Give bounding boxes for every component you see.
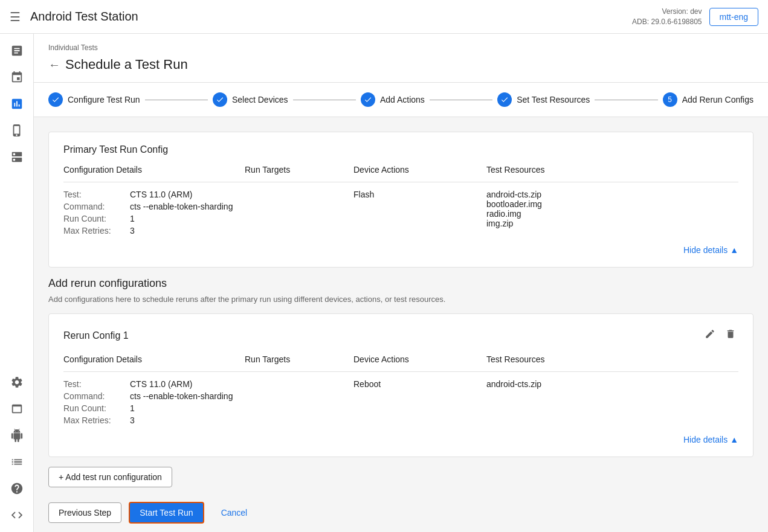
rerun-chevron-up-icon: ▲ bbox=[730, 435, 738, 444]
primary-test-row: Test: CTS 11.0 (ARM) bbox=[63, 190, 245, 199]
step-circle-configure bbox=[48, 92, 63, 107]
rerun-run-targets-header: Run Targets bbox=[245, 354, 353, 372]
step-connector-2 bbox=[293, 100, 356, 100]
resource-2: bootloader.img bbox=[486, 199, 738, 209]
app-title: Android Test Station bbox=[30, 10, 632, 24]
rerun-run-targets-col bbox=[245, 372, 353, 428]
step-add-actions: Add Actions bbox=[361, 92, 425, 107]
test-label: Test: bbox=[63, 190, 130, 199]
page-header: Individual Tests ← Schedule a Test Run bbox=[34, 34, 768, 83]
chevron-up-icon: ▲ bbox=[730, 245, 738, 255]
step-connector-4 bbox=[595, 100, 657, 100]
rerun-config-details-header: Configuration Details bbox=[63, 354, 245, 372]
step-circle-add-actions bbox=[361, 92, 375, 107]
sidebar-item-window[interactable] bbox=[5, 397, 29, 421]
rerun-device-action-value: Reboot bbox=[353, 379, 381, 389]
rerun-card-header: Rerun Config 1 bbox=[63, 326, 738, 345]
env-button[interactable]: mtt-eng bbox=[709, 8, 758, 26]
main-content: Primary Test Run Config Configuration De… bbox=[34, 117, 768, 532]
step-configure: Configure Test Run bbox=[48, 92, 140, 107]
sidebar-item-device[interactable] bbox=[5, 118, 29, 143]
hide-details-rerun[interactable]: Hide details ▲ bbox=[63, 435, 738, 444]
primary-device-action-value: Flash bbox=[353, 190, 374, 199]
rerun-device-actions-col: Reboot bbox=[353, 372, 486, 428]
topbar: ☰ Android Test Station Version: dev ADB:… bbox=[0, 0, 768, 34]
primary-runcount-row: Run Count: 1 bbox=[63, 214, 245, 223]
back-button[interactable]: ← bbox=[48, 58, 60, 72]
command-value: cts --enable-token-sharding bbox=[130, 202, 233, 211]
config-grid: Configuration Details Run Targets Device… bbox=[63, 165, 738, 238]
primary-details-col: Test: CTS 11.0 (ARM) Command: cts --enab… bbox=[63, 182, 245, 238]
sidebar-item-code[interactable] bbox=[5, 503, 29, 527]
rerun-section: Add rerun configurations Add configurati… bbox=[48, 277, 753, 532]
resource-3: radio.img bbox=[486, 209, 738, 219]
primary-run-targets-col bbox=[245, 182, 353, 238]
primary-command-row: Command: cts --enable-token-sharding bbox=[63, 202, 245, 211]
stepper: Configure Test Run Select Devices Add Ac… bbox=[34, 83, 768, 117]
step-add-rerun: 5 Add Rerun Configs bbox=[663, 92, 753, 107]
resource-4: img.zip bbox=[486, 219, 738, 228]
edit-rerun-config-button[interactable] bbox=[702, 326, 718, 345]
menu-icon[interactable]: ☰ bbox=[10, 10, 21, 24]
delete-rerun-config-button[interactable] bbox=[723, 326, 738, 345]
resource-1: android-cts.zip bbox=[486, 190, 738, 199]
step-label-select-devices: Select Devices bbox=[232, 95, 288, 104]
rerun-test-resources-header: Test Resources bbox=[486, 354, 738, 372]
sidebar-item-list[interactable] bbox=[5, 450, 29, 474]
step-label-add-actions: Add Actions bbox=[380, 95, 425, 104]
step-connector-1 bbox=[145, 100, 208, 100]
sidebar bbox=[0, 34, 34, 532]
breadcrumb: Individual Tests bbox=[48, 43, 753, 52]
sidebar-item-server[interactable] bbox=[5, 145, 29, 169]
rerun-maxretries-row: Max Retries: 3 bbox=[63, 415, 245, 425]
primary-maxretries-row: Max Retries: 3 bbox=[63, 226, 245, 236]
step-label-set-resources: Set Test Resources bbox=[517, 95, 590, 104]
sidebar-item-help[interactable] bbox=[5, 476, 29, 501]
device-actions-header: Device Actions bbox=[353, 165, 486, 182]
primary-config-title: Primary Test Run Config bbox=[63, 144, 738, 155]
rerun-test-resources-col: android-cts.zip bbox=[486, 372, 738, 428]
runcount-value: 1 bbox=[130, 214, 135, 223]
command-label: Command: bbox=[63, 202, 130, 211]
test-value: CTS 11.0 (ARM) bbox=[130, 190, 192, 199]
content-area: Individual Tests ← Schedule a Test Run C… bbox=[34, 34, 768, 532]
sidebar-item-settings[interactable] bbox=[5, 370, 29, 394]
maxretries-value: 3 bbox=[130, 226, 135, 236]
primary-device-actions-col: Flash bbox=[353, 182, 486, 238]
step-circle-add-rerun: 5 bbox=[663, 92, 677, 107]
rerun-card-actions bbox=[702, 326, 738, 345]
run-targets-header: Run Targets bbox=[245, 165, 353, 182]
sidebar-item-analytics[interactable] bbox=[5, 92, 29, 116]
hide-details-primary[interactable]: Hide details ▲ bbox=[63, 245, 738, 255]
step-circle-set-resources bbox=[497, 92, 512, 107]
rerun-config-1-title: Rerun Config 1 bbox=[63, 330, 129, 341]
start-test-run-button[interactable]: Start Test Run bbox=[129, 502, 204, 524]
test-resources-header: Test Resources bbox=[486, 165, 738, 182]
add-config-button[interactable]: + Add test run configuration bbox=[48, 467, 172, 487]
step-set-resources: Set Test Resources bbox=[497, 92, 590, 107]
rerun-command-row: Command: cts --enable-token-sharding bbox=[63, 391, 245, 401]
maxretries-label: Max Retries: bbox=[63, 226, 130, 236]
cancel-button[interactable]: Cancel bbox=[211, 503, 257, 522]
runcount-label: Run Count: bbox=[63, 214, 130, 223]
primary-test-resources-col: android-cts.zip bootloader.img radio.img… bbox=[486, 182, 738, 238]
rerun-test-row: Test: CTS 11.0 (ARM) bbox=[63, 379, 245, 389]
previous-step-button[interactable]: Previous Step bbox=[48, 502, 121, 523]
config-details-header: Configuration Details bbox=[63, 165, 245, 182]
step-label-configure: Configure Test Run bbox=[68, 95, 140, 104]
rerun-config-1-card: Rerun Config 1 Configuration Details bbox=[48, 313, 753, 457]
sidebar-item-tests[interactable] bbox=[5, 39, 29, 63]
step-select-devices: Select Devices bbox=[213, 92, 288, 107]
rerun-details-col: Test: CTS 11.0 (ARM) Command: cts --enab… bbox=[63, 372, 245, 428]
step-label-add-rerun: Add Rerun Configs bbox=[682, 95, 753, 104]
rerun-resource-1: android-cts.zip bbox=[486, 379, 738, 389]
main-layout: Individual Tests ← Schedule a Test Run C… bbox=[0, 34, 768, 532]
rerun-section-desc: Add configurations here to schedule reru… bbox=[48, 295, 753, 304]
sidebar-item-schedule[interactable] bbox=[5, 65, 29, 89]
page-title: Schedule a Test Run bbox=[65, 57, 188, 72]
rerun-section-title: Add rerun configurations bbox=[48, 277, 753, 290]
sidebar-item-android[interactable] bbox=[5, 423, 29, 447]
version-info: Version: dev ADB: 29.0.6-6198805 bbox=[632, 7, 702, 27]
rerun-runcount-row: Run Count: 1 bbox=[63, 403, 245, 413]
footer-buttons: Previous Step Start Test Run Cancel bbox=[48, 502, 753, 532]
